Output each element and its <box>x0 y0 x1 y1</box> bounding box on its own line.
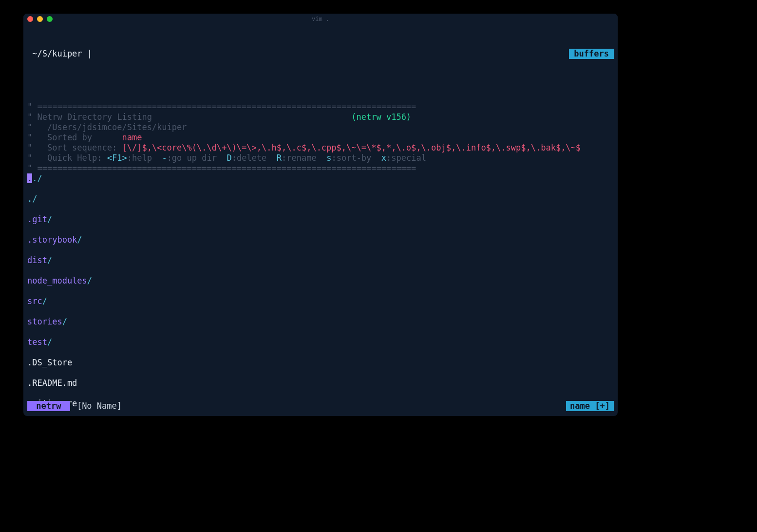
terminal-content[interactable]: ~/S/kuiper | buffers " =================… <box>23 24 618 416</box>
sorted-by-label: " Sorted by <box>27 133 122 142</box>
cursor: . <box>27 173 32 183</box>
dir-src[interactable]: src/ <box>27 296 614 306</box>
buffers-badge[interactable]: buffers <box>569 49 614 59</box>
help-dash: - <box>162 153 167 163</box>
dir-storybook[interactable]: .storybook/ <box>27 235 614 245</box>
buffer-name: [No Name] <box>72 401 122 411</box>
file-readme-hidden[interactable]: .README.md <box>27 378 614 388</box>
dir-git[interactable]: .git/ <box>27 214 614 225</box>
header-rule: " ======================================… <box>27 102 416 112</box>
netrw-version: (netrw v156) <box>351 112 411 122</box>
terminal-window: vim . ~/S/kuiper | buffers " ===========… <box>23 14 618 416</box>
help-special-text: :special <box>386 153 426 163</box>
help-goup-text: :go up dir <box>167 153 227 163</box>
listing-label: " Netrw Directory Listing <box>27 112 152 122</box>
close-icon[interactable] <box>27 16 33 22</box>
help-rename-text: :rename <box>282 153 326 163</box>
dir-name: .git <box>27 214 47 224</box>
dir-slash: / <box>77 235 82 245</box>
dir-name: stories <box>27 317 62 326</box>
cwd-path: " /Users/jdsimcoe/Sites/kuiper <box>27 122 187 132</box>
netrw-listing: " ======================================… <box>23 92 618 416</box>
sort-seq-value: [\/]$,\<core\%(\.\d\+\)\=\>,\.h$,\.c$,\.… <box>122 143 581 152</box>
dir-slash: / <box>47 214 52 224</box>
path-prompt: ~/S/kuiper | <box>27 49 97 59</box>
sorted-by-value: name <box>122 133 142 142</box>
bottom-status-bar: netrw [No Name] name [+] <box>27 401 614 411</box>
dir-current[interactable]: ../ <box>27 173 614 184</box>
help-f1: <F1> <box>107 153 127 163</box>
header-rule-2: " ======================================… <box>27 163 416 173</box>
maximize-icon[interactable] <box>47 16 53 22</box>
file-ds-store[interactable]: .DS_Store <box>27 358 614 368</box>
dir-parent[interactable]: ./ <box>27 194 614 204</box>
dir-name: .storybook <box>27 235 77 245</box>
help-s: s <box>326 153 331 163</box>
name-modified-badge: name [+] <box>566 401 614 411</box>
dir-current-slash: ./ <box>32 173 42 183</box>
dir-slash: / <box>42 296 47 306</box>
top-status-bar: ~/S/kuiper | buffers <box>23 45 618 61</box>
dir-name: test <box>27 337 47 347</box>
dir-slash: / <box>62 317 67 326</box>
dir-node-modules[interactable]: node_modules/ <box>27 276 614 286</box>
dir-name: src <box>27 296 42 306</box>
traffic-lights <box>27 16 53 22</box>
dir-slash: / <box>87 276 92 285</box>
dir-name: dist <box>27 255 47 265</box>
dir-name: node_modules <box>27 276 87 285</box>
window-title: vim . <box>23 16 618 22</box>
minimize-icon[interactable] <box>37 16 43 22</box>
titlebar: vim . <box>23 14 618 24</box>
quick-help-label: " Quick Help: <box>27 153 107 163</box>
dir-stories[interactable]: stories/ <box>27 317 614 327</box>
help-delete-text: :delete <box>232 153 277 163</box>
help-help-text: :help <box>127 153 162 163</box>
help-x: x <box>381 153 386 163</box>
help-r: R <box>277 153 282 163</box>
sort-seq-label: " Sort sequence: <box>27 143 122 152</box>
help-d: D <box>227 153 231 163</box>
help-sortby-text: :sort-by <box>331 153 381 163</box>
dir-slash: / <box>47 337 52 347</box>
dir-dist[interactable]: dist/ <box>27 255 614 266</box>
netrw-mode-badge: netrw <box>27 401 70 411</box>
dir-test[interactable]: test/ <box>27 337 614 347</box>
dir-slash: / <box>47 255 52 265</box>
